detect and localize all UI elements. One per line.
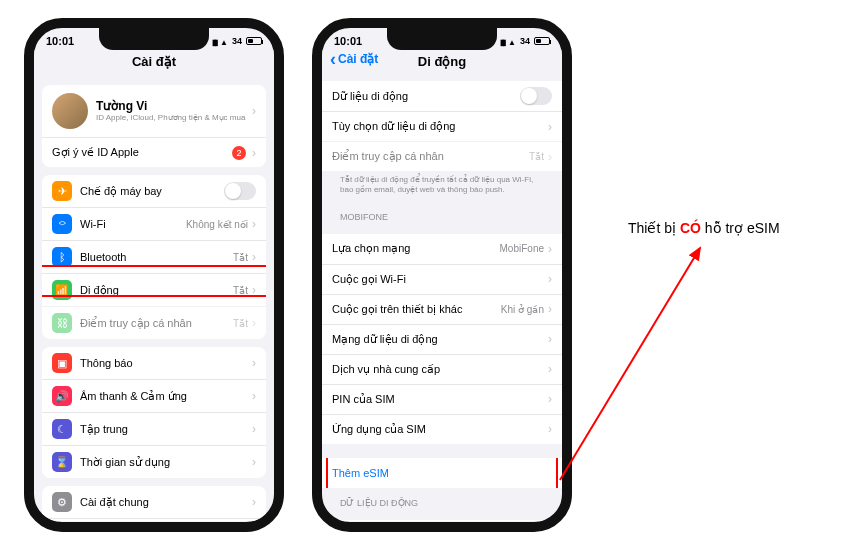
carrier-services-row[interactable]: Dịch vụ nhà cung cấp ›	[322, 354, 562, 384]
profile-row[interactable]: Tường Vi ID Apple, iCloud, Phương tiện &…	[42, 85, 266, 137]
cellular-data-switch[interactable]	[520, 87, 552, 105]
phone-cellular: 10:01 34 Cài đặt Di động Dữ liệu di động…	[312, 18, 572, 532]
sim-pin-row[interactable]: PIN của SIM ›	[322, 384, 562, 414]
hotspot-row[interactable]: Điểm truy cập cá nhân Tắt ›	[322, 141, 562, 171]
chevron-icon: ›	[252, 422, 256, 436]
chevron-icon: ›	[548, 120, 552, 134]
general-row[interactable]: ⚙ Cài đặt chung ›	[42, 486, 266, 518]
screentime-row[interactable]: ⌛ Thời gian sử dụng ›	[42, 445, 266, 478]
chevron-icon: ›	[548, 150, 552, 164]
airplane-mode-row[interactable]: ✈ Chế độ máy bay	[42, 175, 266, 207]
chevron-icon: ›	[252, 356, 256, 370]
screentime-icon: ⌛	[52, 452, 72, 472]
notch	[99, 28, 209, 50]
signal-icon	[500, 35, 504, 47]
gear-icon: ⚙	[52, 492, 72, 512]
chevron-icon: ›	[548, 362, 552, 376]
wifi-status-icon	[508, 35, 516, 47]
chevron-icon: ›	[252, 389, 256, 403]
carrier-section-label: MOBIFONE	[322, 202, 562, 226]
airplane-switch[interactable]	[224, 182, 256, 200]
wifi-row[interactable]: ⌔ Wi-Fi Không kết nối ›	[42, 207, 266, 240]
chevron-icon: ›	[252, 250, 256, 264]
network-selection-row[interactable]: Lựa chọn mạng MobiFone ›	[322, 234, 562, 264]
signal-icon	[212, 35, 216, 47]
avatar	[52, 93, 88, 129]
notifications-icon: ▣	[52, 353, 72, 373]
hotspot-row[interactable]: ⛓ Điểm truy cập cá nhân Tắt ›	[42, 306, 266, 339]
notifications-row[interactable]: ▣ Thông báo ›	[42, 347, 266, 379]
focus-row[interactable]: ☾ Tập trung ›	[42, 412, 266, 445]
profile-name: Tường Vi	[96, 99, 248, 113]
cellular-icon: 📶	[52, 280, 72, 300]
sounds-icon: 🔊	[52, 386, 72, 406]
add-esim-row[interactable]: Thêm eSIM	[322, 458, 562, 488]
cellular-note: Tắt dữ liệu di động để truyền tất cả dữ …	[322, 171, 562, 202]
chevron-icon: ›	[252, 316, 256, 330]
status-time: 10:01	[334, 35, 362, 47]
chevron-icon: ›	[548, 242, 552, 256]
notch	[387, 28, 497, 50]
battery-icon	[246, 37, 262, 45]
badge: 2	[232, 146, 246, 160]
data-network-row[interactable]: Mạng dữ liệu di động ›	[322, 324, 562, 354]
chevron-icon: ›	[252, 495, 256, 509]
phone-settings: 10:01 34 Cài đặt Tường Vi ID Apple, iClo…	[24, 18, 284, 532]
bluetooth-row[interactable]: ᛒ Bluetooth Tắt ›	[42, 240, 266, 273]
annotation-text: Thiết bị CÓ hỗ trợ eSIM	[628, 220, 780, 236]
wifi-calling-row[interactable]: Cuộc gọi Wi-Fi ›	[322, 264, 562, 294]
chevron-icon: ›	[252, 217, 256, 231]
usage-section-label: DỮ LIỆU DI ĐỘNG	[322, 488, 562, 512]
chevron-icon: ›	[548, 392, 552, 406]
battery-pct: 34	[520, 36, 530, 46]
wifi-icon: ⌔	[52, 214, 72, 234]
data-options-row[interactable]: Tùy chọn dữ liệu di động ›	[322, 111, 562, 141]
status-time: 10:01	[46, 35, 74, 47]
current-usage-row[interactable]: Thời gian hiện tại 24,4 GB	[322, 520, 562, 521]
chevron-icon: ›	[252, 283, 256, 297]
page-title: Cài đặt Di động	[322, 50, 562, 77]
sim-app-row[interactable]: Ứng dụng của SIM ›	[322, 414, 562, 444]
airplane-icon: ✈	[52, 181, 72, 201]
wifi-status-icon	[220, 35, 228, 47]
chevron-icon: ›	[252, 455, 256, 469]
chevron-icon: ›	[548, 272, 552, 286]
chevron-icon: ›	[548, 332, 552, 346]
profile-sub: ID Apple, iCloud, Phương tiện & Mục mua	[96, 113, 248, 123]
chevron-icon: ›	[548, 302, 552, 316]
apple-id-suggestions-row[interactable]: Gợi ý về ID Apple 2 ›	[42, 137, 266, 167]
svg-line-0	[560, 248, 700, 480]
sounds-row[interactable]: 🔊 Âm thanh & Cảm ứng ›	[42, 379, 266, 412]
bluetooth-icon: ᛒ	[52, 247, 72, 267]
control-center-row[interactable]: ⊞ Trung tâm điều khiển ›	[42, 518, 266, 521]
focus-icon: ☾	[52, 419, 72, 439]
cellular-row[interactable]: 📶 Di động Tắt ›	[42, 273, 266, 306]
hotspot-icon: ⛓	[52, 313, 72, 333]
back-button[interactable]: Cài đặt	[330, 52, 378, 66]
cellular-data-row[interactable]: Dữ liệu di động	[322, 81, 562, 111]
page-title: Cài đặt	[34, 50, 274, 77]
chevron-icon: ›	[548, 422, 552, 436]
other-device-calls-row[interactable]: Cuộc gọi trên thiết bị khác Khi ở gần ›	[322, 294, 562, 324]
battery-pct: 34	[232, 36, 242, 46]
chevron-icon: ›	[252, 104, 256, 118]
battery-icon	[534, 37, 550, 45]
chevron-icon: ›	[252, 146, 256, 160]
